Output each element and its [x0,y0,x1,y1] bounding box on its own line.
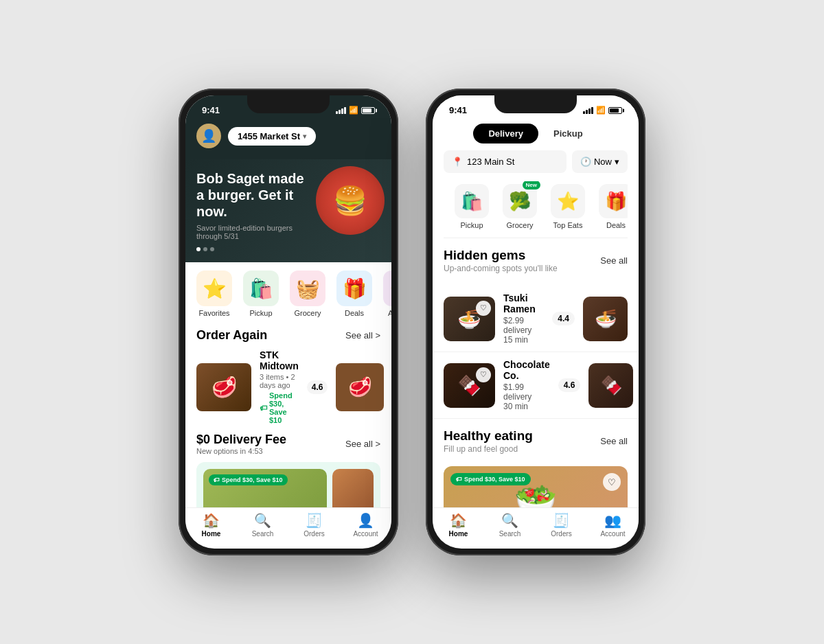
delivery-see-all[interactable]: See all > [345,439,380,449]
p2-nav-search[interactable]: 🔍 Search [484,512,536,538]
p2-pickup-label: Pickup [460,221,483,229]
p2-nav-account-label: Account [600,530,625,538]
hidden-gems-see-all[interactable]: See all [600,255,628,266]
dot-3[interactable] [210,247,214,251]
phone-2-time: 9:41 [449,105,467,115]
phone-1-header: 👤 1455 Market St ▾ [185,118,391,159]
phone-1-screen: 9:41 📶 👤 1455 Market St ▾ [185,95,391,549]
healthy-eating-title-group: Healthy eating Fill up and feel good [444,428,533,454]
delivery-card-1[interactable]: 🏷 Spend $30, Save $10 ♡ [203,469,327,507]
nav-search-label: Search [252,530,274,538]
american-icon: 🍔 [383,271,391,306]
phone-2-categories: 🛍️ Pickup 🥦 New Grocery ⭐ Top Eats 🎁 [444,181,628,238]
delivery-pickup-toggle: Delivery Pickup [444,124,628,143]
phone-2-header: Delivery Pickup 📍 123 Main St 🕐 Now ▾ 🛍️ [433,118,639,238]
address-text: 1455 Market St [238,131,300,141]
category-list: ⭐ Favorites 🛍️ Pickup 🧺 Grocery 🎁 Deals … [185,262,391,325]
time-selector[interactable]: 🕐 Now ▾ [572,150,628,173]
phone-2-screen: 9:41 📶 Delivery Pickup [433,95,639,549]
hidden-gems-title-group: Hidden gems Up-and-coming spots you'll l… [444,248,558,273]
tsuki-heart-button[interactable]: ♡ [476,301,491,316]
grocery-icon: 🧺 [290,271,325,306]
p2-pickup-icon: 🛍️ [455,184,489,218]
nav-home[interactable]: 🏠 Home [185,512,237,538]
dot-1[interactable] [196,247,201,251]
tsuki-ramen-image: 🍜 ♡ [444,297,495,341]
choco-heart-button[interactable]: ♡ [476,367,491,382]
home-icon: 🏠 [203,512,220,529]
healthy-eating-see-all[interactable]: See all [600,436,628,446]
p2-signal-icon [583,107,593,114]
nav-orders-label: Orders [304,530,325,538]
pickup-button[interactable]: Pickup [538,124,598,143]
order-again-see-all[interactable]: See all > [345,330,380,341]
hero-subtitle: Savor limited-edition burgers through 5/… [196,224,306,240]
dot-2[interactable] [203,247,207,251]
p2-wifi-icon: 📶 [596,106,606,115]
address-selector[interactable]: 1455 Market St ▾ [228,127,316,146]
location-pin-icon: 📍 [452,157,463,167]
nav-search[interactable]: 🔍 Search [237,512,288,538]
hidden-gems-subtitle: Up-and-coming spots you'll like [444,264,558,273]
order-again-title: Order Again [196,328,267,343]
clock-icon: 🕐 [580,157,591,167]
nav-home-label: Home [202,530,221,538]
nav-orders[interactable]: 🧾 Orders [288,512,340,538]
orders-icon: 🧾 [306,512,323,529]
category-pickup-label: Pickup [249,309,272,317]
nav-account[interactable]: 👤 Account [340,512,391,538]
healthy-eating-card[interactable]: 🏷 Spend $30, Save $10 ♡ 🥗 [444,466,628,507]
address-field[interactable]: 📍 123 Main St [444,150,566,173]
chocolate-co-side-image: 🍫 [588,363,633,408]
category-grocery-label: Grocery [294,309,321,317]
phone-1-scroll[interactable]: ⭐ Favorites 🛍️ Pickup 🧺 Grocery 🎁 Deals … [185,262,391,507]
hero-title: Bob Saget made a burger. Get it now. [196,170,313,220]
p2-category-deals[interactable]: 🎁 Deals [599,184,628,229]
delivery-button[interactable]: Delivery [473,124,538,143]
p2-search-icon: 🔍 [501,512,518,529]
p2-category-topeats[interactable]: ⭐ Top Eats [551,184,585,229]
healthy-badge-text: Spend $30, Save $10 [464,476,525,483]
time-text: Now [594,157,612,167]
chocolate-co-name: Chocolate Co. [503,359,550,381]
favorites-icon: ⭐ [196,271,232,306]
promo-text: Spend $30, Save $10 [269,391,299,424]
stk-midtown-card[interactable]: 🥩 STK Midtown 3 items • 2 days ago 🏷 Spe… [196,349,380,424]
tsuki-ramen-card[interactable]: 🍜 ♡ Tsuki Ramen $2.99 delivery 15 min 4.… [433,286,639,352]
stk-midtown-name: STK Midtown [260,349,299,371]
category-grocery[interactable]: 🧺 Grocery [290,271,325,317]
order-again-header: Order Again See all > [196,328,380,343]
category-pickup[interactable]: 🛍️ Pickup [243,271,279,317]
phone-1-notch [247,95,330,113]
category-american[interactable]: 🍔 Ameri... [383,271,391,317]
p2-nav-orders[interactable]: 🧾 Orders [536,512,587,538]
p2-deals-label: Deals [606,221,626,229]
stk-midtown-info: STK Midtown 3 items • 2 days ago 🏷 Spend… [260,349,299,424]
delivery-badge-1: 🏷 Spend $30, Save $10 [209,474,288,485]
phone-2-scroll[interactable]: Hidden gems Up-and-coming spots you'll l… [433,238,639,507]
time-chevron-icon: ▾ [615,157,619,167]
chocolate-co-card[interactable]: 🍫 ♡ Chocolate Co. $1.99 delivery 30 min … [433,352,639,419]
avatar[interactable]: 👤 [196,124,221,148]
category-deals[interactable]: 🎁 Deals [336,271,372,317]
delivery-fee-section: $0 Delivery Fee New options in 4:53 See … [185,430,391,507]
battery-icon [361,107,375,114]
p2-orders-icon: 🧾 [553,512,570,529]
stk-midtown-meta: 3 items • 2 days ago [260,373,299,389]
delivery-fee-title-group: $0 Delivery Fee New options in 4:53 [196,433,286,455]
healthy-heart-button[interactable]: ♡ [603,473,621,491]
delivery-card-2[interactable] [332,469,374,507]
category-favorites[interactable]: ⭐ Favorites [196,271,232,317]
chocolate-co-delivery: $1.99 delivery [503,382,550,402]
p2-nav-home[interactable]: 🏠 Home [433,512,484,538]
category-american-label: Ameri... [388,309,391,317]
p2-category-grocery[interactable]: 🥦 New Grocery [503,184,537,229]
p2-nav-account[interactable]: 👥 Account [587,512,639,538]
p2-account-icon: 👥 [604,512,621,529]
healthy-eating-section: Healthy eating Fill up and feel good See… [433,419,639,466]
p2-grocery-label: Grocery [506,221,533,229]
chocolate-co-rating: 4.6 [558,378,581,392]
tsuki-ramen-side-image: 🍜 [583,297,628,341]
category-favorites-label: Favorites [198,309,229,317]
p2-category-pickup[interactable]: 🛍️ Pickup [455,184,489,229]
